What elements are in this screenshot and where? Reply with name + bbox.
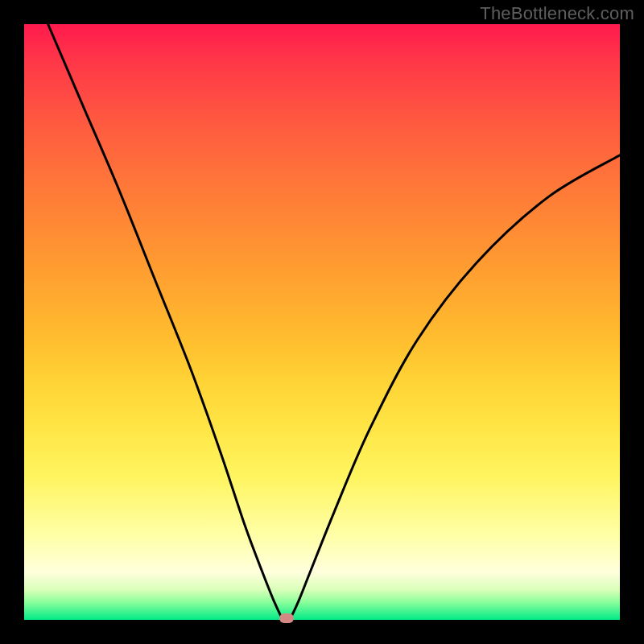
- chart-plot-area: [24, 24, 620, 620]
- chart-frame: TheBottleneck.com: [0, 0, 644, 644]
- optimal-point-marker: [279, 613, 294, 623]
- bottleneck-curve: [24, 24, 620, 620]
- watermark-text: TheBottleneck.com: [480, 3, 634, 24]
